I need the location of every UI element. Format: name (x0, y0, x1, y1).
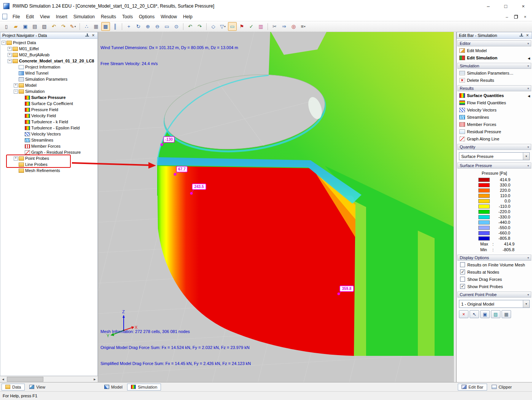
simulation-button[interactable]: Delete Results (457, 76, 532, 84)
menu-item[interactable]: View (37, 13, 53, 21)
checkbox[interactable] (460, 262, 465, 267)
copy-graphic[interactable]: ▧ (40, 22, 49, 31)
results-button[interactable]: Residual Pressure (457, 128, 532, 135)
scrollbar-thumb[interactable] (7, 377, 43, 382)
results-button[interactable]: Surface Quantities (457, 92, 532, 99)
new-file[interactable]: ▯ (2, 22, 11, 31)
tab-simulation[interactable]: Simulation (127, 384, 161, 390)
tree-item[interactable]: Turbulence - Epsilon Field (0, 125, 97, 131)
tree-item[interactable]: Surface Pressure (0, 94, 97, 100)
scroll-right-icon[interactable] (92, 376, 98, 382)
pin-icon[interactable] (85, 33, 89, 38)
tree-expander-icon[interactable] (13, 89, 18, 94)
results-button[interactable]: Streamlines (457, 113, 532, 121)
menu-item[interactable]: Tools (119, 13, 136, 21)
show-grid[interactable]: ▦ (92, 22, 100, 31)
tab-clipper[interactable]: Clipper (488, 384, 516, 390)
show-values[interactable]: ✓ (247, 22, 256, 31)
minimize-button[interactable]: – (479, 0, 497, 12)
section-quantity[interactable]: Quantity (457, 144, 531, 150)
menu-item[interactable]: Edit (23, 13, 37, 21)
zoom-window[interactable]: ▭ (162, 22, 171, 31)
mdi-restore-button[interactable] (512, 13, 520, 20)
checkbox[interactable] (460, 284, 465, 289)
navigator-close-icon[interactable] (91, 33, 96, 38)
tree-item[interactable]: Concrete_Model_start_01_12_20_LC8 (0, 58, 97, 64)
dropdown-arrow-icon[interactable] (523, 153, 529, 160)
tree-expander-icon[interactable] (1, 41, 6, 45)
quantity-dropdown[interactable]: Surface Pressure (459, 152, 530, 160)
tree-item[interactable]: Simulation (0, 88, 97, 94)
results-button[interactable]: Flow Field Quantities (457, 99, 532, 106)
mdi-minimize-button[interactable]: – (503, 13, 511, 20)
menu-item[interactable]: Options (136, 13, 158, 21)
isometric-view[interactable]: ◇ (209, 22, 218, 31)
tree-item[interactable]: Point Probes (0, 155, 97, 161)
save-file[interactable]: ▣ (21, 22, 30, 31)
tree-item[interactable]: Simulation Parameters (0, 76, 97, 82)
tree-item[interactable]: Turbulence - k Field (0, 119, 97, 125)
menu-item[interactable]: Results (98, 13, 119, 21)
current-probe-dropdown[interactable]: 1 - Original Model (459, 300, 530, 308)
section-current-point-probe[interactable]: Current Point Probe (457, 292, 531, 298)
show-wind-tunnel[interactable]: ▭ (228, 22, 237, 31)
display-properties[interactable]: ≡ (299, 22, 307, 31)
results-button[interactable]: Member Forces (457, 121, 532, 128)
point-probe-table[interactable]: ▦ (502, 310, 511, 318)
tree-item[interactable]: Surface Cp Coefficient (0, 100, 97, 107)
results-button[interactable]: Velocity Vectors (457, 106, 532, 113)
section-results[interactable]: Results (457, 85, 531, 91)
tree-item[interactable]: Graph - Residual Pressure (0, 149, 97, 155)
tree-item[interactable]: Project Information (0, 64, 97, 70)
snap-points[interactable]: ∴ (82, 22, 91, 31)
maximize-button[interactable]: □ (497, 0, 514, 12)
rotate-view[interactable]: ↻ (134, 22, 143, 31)
color-scale-panel[interactable]: ▥ (256, 22, 265, 31)
print[interactable]: ▤ (30, 22, 39, 31)
snap-grid[interactable]: ▩ (101, 22, 110, 31)
tree-expander-icon[interactable] (13, 156, 18, 161)
checkbox[interactable] (460, 277, 465, 282)
section-display-options[interactable]: Display Options (457, 255, 531, 261)
tree-item[interactable]: M01_Eiffel (0, 46, 97, 52)
previous-view[interactable]: ↶ (186, 22, 194, 31)
tree-expander-icon[interactable] (13, 83, 18, 88)
close-button[interactable]: × (514, 0, 532, 12)
tree-item[interactable]: Wind Tunnel (0, 70, 97, 76)
tab-view[interactable]: View (25, 384, 49, 390)
menu-item[interactable]: File (10, 13, 23, 21)
tree-item[interactable]: Streamlines (0, 137, 97, 143)
tab-model[interactable]: Model (100, 384, 126, 390)
clipping-plane[interactable]: ✂ (270, 22, 279, 31)
edit-bar-close-icon[interactable] (525, 33, 530, 38)
tree-item[interactable]: Velocity Field (0, 113, 97, 119)
edit-selection[interactable]: ✎ (68, 22, 77, 31)
undo[interactable]: ↶ (49, 22, 58, 31)
tree-horizontal-scrollbar[interactable] (0, 376, 98, 382)
editor-button[interactable]: Edit Model (457, 47, 532, 54)
menu-item[interactable]: Window (158, 13, 180, 21)
drag-force-display[interactable]: ⇒ (280, 22, 288, 31)
probe-tool[interactable]: ◎ (289, 22, 298, 31)
section-simulation[interactable]: Simulation (457, 63, 531, 69)
tree-item[interactable]: M02_BurjAlArab (0, 52, 97, 58)
section-surface-pressure[interactable]: Surface Pressure (457, 163, 531, 169)
open-file[interactable]: ▰ (11, 22, 20, 31)
tab-edit-bar[interactable]: Edit Bar (458, 384, 487, 390)
tree-expander-icon[interactable] (7, 59, 12, 63)
guidelines[interactable]: ║ (111, 22, 119, 31)
menu-item[interactable]: Insert (53, 13, 70, 21)
section-editor[interactable]: Editor (457, 40, 531, 46)
pick-point-probe[interactable]: ↖ (470, 310, 479, 318)
point-probe-diagram[interactable]: ▨ (491, 310, 500, 318)
tree-item[interactable]: Velocity Vectors (0, 131, 97, 137)
mdi-close-button[interactable]: × (521, 13, 529, 20)
view-in-direction[interactable]: ▽ (218, 22, 227, 31)
menu-item[interactable]: Simulation (70, 13, 98, 21)
tree-expander-icon[interactable] (7, 53, 12, 57)
pan-view[interactable]: + (124, 22, 133, 31)
scroll-left-icon[interactable] (0, 376, 6, 382)
dropdown-arrow-icon[interactable] (523, 300, 529, 308)
tree-item[interactable]: Line Probes (0, 161, 97, 167)
scrollbar-track[interactable] (6, 376, 92, 382)
